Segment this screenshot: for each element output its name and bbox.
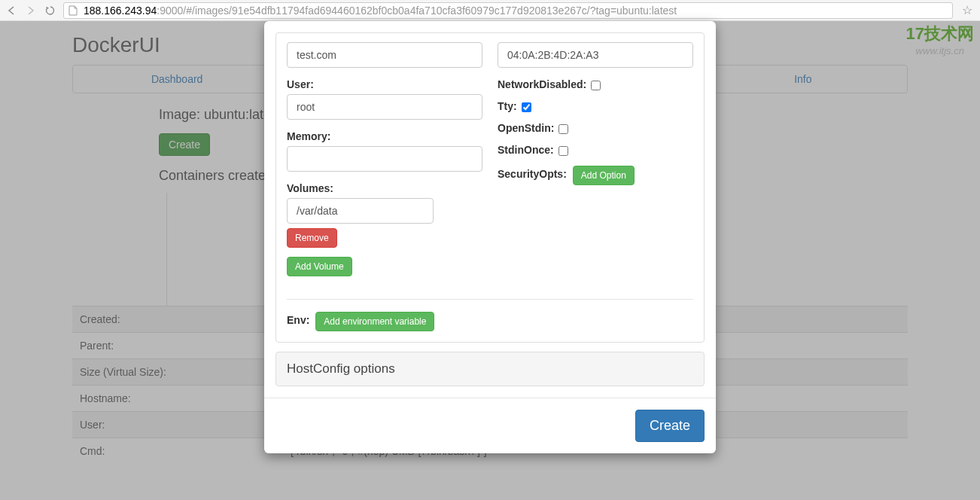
stdinonce-checkbox[interactable]: [558, 146, 568, 156]
tty-checkbox[interactable]: [522, 102, 531, 112]
network-disabled-checkbox[interactable]: [591, 81, 601, 90]
add-volume-button[interactable]: Add Volume: [287, 257, 352, 276]
browser-toolbar: 188.166.243.94:9000/#/images/91e54dfb117…: [0, 0, 980, 21]
user-input[interactable]: [287, 94, 482, 120]
reload-button[interactable]: [44, 4, 57, 17]
volume-input[interactable]: [287, 198, 434, 224]
openstdin-label: OpenStdin:: [498, 122, 554, 134]
add-security-option-button[interactable]: Add Option: [573, 166, 635, 185]
memory-label: Memory:: [287, 130, 330, 142]
tty-label: Tty:: [498, 100, 517, 112]
address-bar[interactable]: 188.166.243.94:9000/#/images/91e54dfb117…: [63, 2, 953, 19]
hostconfig-section-header[interactable]: HostConfig options: [275, 352, 705, 386]
env-label: Env:: [287, 314, 309, 326]
mac-address-input[interactable]: [498, 42, 693, 68]
back-button[interactable]: [5, 4, 18, 17]
create-container-modal: User: Memory: Volumes: Remove Add Volume: [264, 21, 716, 453]
page-icon: [68, 5, 79, 16]
modal-create-button[interactable]: Create: [635, 410, 705, 442]
remove-volume-button[interactable]: Remove: [287, 228, 337, 248]
add-env-button[interactable]: Add environment variable: [315, 312, 434, 331]
forward-button[interactable]: [24, 4, 38, 17]
volumes-label: Volumes:: [287, 182, 333, 194]
network-disabled-label: NetworkDisabled:: [498, 78, 586, 90]
domain-input[interactable]: [287, 42, 482, 68]
url-text: 188.166.243.94:9000/#/images/91e54dfb117…: [84, 5, 677, 17]
securityopts-label: SecurityOpts:: [498, 168, 567, 180]
openstdin-checkbox[interactable]: [558, 124, 568, 134]
bookmark-star-icon[interactable]: ☆: [959, 3, 975, 17]
user-label: User:: [287, 78, 314, 90]
stdinonce-label: StdinOnce:: [498, 144, 554, 156]
memory-input[interactable]: [287, 146, 482, 172]
